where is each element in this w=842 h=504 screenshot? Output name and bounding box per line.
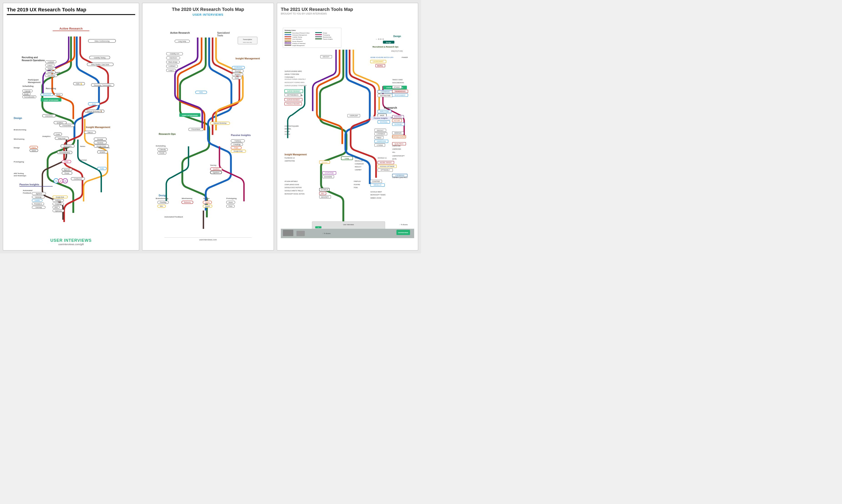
respondent-node: RESPONDENT <box>394 94 405 96</box>
svg-text:Design: Design <box>204 197 210 199</box>
svg-text:Applause: Applause <box>36 193 42 195</box>
svg-text:GOOGLE DOCS  NOTION: GOOGLE DOCS NOTION <box>284 187 301 188</box>
svg-text:PROTOTYPE: PROTOTYPE <box>391 50 403 52</box>
svg-text:CONFLUENCE  DOVE: CONFLUENCE DOVE <box>284 184 299 185</box>
brand-url-2019: userinterviews.com/gift <box>7 243 135 246</box>
card-2021: The 2021 UX Research Tools Map BROUGHT T… <box>277 3 418 251</box>
svg-text:Balsamiq: Balsamiq <box>184 201 191 203</box>
svg-text:Brainstorming: Brainstorming <box>323 36 331 38</box>
ethnio-node: ETHNIO <box>394 86 400 88</box>
svg-text:Hello 👋: Hello 👋 <box>76 83 82 85</box>
svg-text:YOTPO: YOTPO <box>284 133 290 135</box>
svg-text:Wireframing: Wireframing <box>14 138 24 140</box>
subtitle-2021: BROUGHT TO YOU BY USER INTERVIEWS <box>281 13 414 15</box>
svg-text:Sketch: Sketch <box>205 205 210 207</box>
svg-text:PR: PR <box>64 180 67 182</box>
svg-text:Aurelius: Aurelius <box>234 74 241 75</box>
svg-text:UI: UI <box>318 227 319 228</box>
svg-text:GDUCABOKING: GDUCABOKING <box>392 82 404 84</box>
svg-text:Design: Design <box>323 32 327 34</box>
svg-text:Hotjar: Hotjar <box>64 161 69 163</box>
mixpanel-node: MIXPANEL <box>380 121 388 123</box>
svg-text:Recruiting: Recruiting <box>46 88 56 90</box>
svg-text:SURVEYLEGEND  MIRO: SURVEYLEGEND MIRO <box>284 71 302 72</box>
svg-text:Doodle: Doodle <box>159 152 164 154</box>
fable-node: FABLE <box>376 137 382 139</box>
svg-text:FullStory: FullStory <box>55 200 62 202</box>
svg-text:Figma: Figma <box>205 201 210 203</box>
svg-text:USERTESTING: USERTESTING <box>284 160 295 162</box>
voxpopme-node: VOXPOPME <box>325 172 334 174</box>
svg-text:Figma: Figma <box>32 147 36 148</box>
svg-text:Usersnap: Usersnap <box>35 207 42 209</box>
svg-text:Transcription: Transcription <box>243 39 252 40</box>
svg-text:TryMyUI: TryMyUI <box>48 68 53 70</box>
svg-text:HIROKI  TYPEFORM: HIROKI TYPEFORM <box>284 73 299 75</box>
svg-text:Analytics & Heatmaps: Analytics & Heatmaps <box>292 43 305 44</box>
svg-text:FocusVision: FocusVision <box>191 129 200 130</box>
svg-text:Heap Anal.: Heap Anal. <box>58 138 66 140</box>
svg-text:GOOGLE SHEETS  TRELLO: GOOGLE SHEETS TRELLO <box>284 190 303 192</box>
svg-text:Tools: Tools <box>217 34 223 37</box>
svg-text:TANGO CARD: TANGO CARD <box>392 79 403 80</box>
svg-text:Confluence: Confluence <box>74 178 82 180</box>
title-2020: The 2020 UX Research Tools Map <box>146 7 270 12</box>
svg-text:Scheduling: Scheduling <box>156 145 165 147</box>
recruiting-label-2021: Recruitment & Research Ops <box>372 46 399 48</box>
svg-text:Prototyping: Prototyping <box>226 197 237 199</box>
svg-text:SurveyMonkey: SurveyMonkey <box>59 152 70 154</box>
svg-text:VWO: VWO <box>54 207 58 208</box>
svg-text:YesInsights: YesInsights <box>64 145 72 147</box>
svg-text:and Heatmaps: and Heatmaps <box>14 175 27 177</box>
svg-text:Optimal Workshop: Optimal Workshop <box>213 122 226 124</box>
svg-text:Doodle: Doodle <box>24 93 29 95</box>
medallia-node: MEDALLIA <box>374 184 381 186</box>
svg-text:Prototyping: Prototyping <box>323 34 330 36</box>
bottom-station-label: User Interviews <box>343 224 354 226</box>
svg-text:FIREPLEX: FIREPLEX <box>354 181 361 182</box>
mixpanel-node-2021: MIXPANEL <box>394 124 402 125</box>
svg-text:Lookback: Lookback <box>48 61 54 63</box>
svg-text:ATLASAI  AIRTABLE: ATLASAI AIRTABLE <box>284 181 298 182</box>
svg-text:Optimal Workshop 🦉: Optimal Workshop 🦉 <box>86 110 102 112</box>
svg-text:Diary Studies, Card Sorts: Diary Studies, Card Sorts <box>91 64 109 66</box>
svg-text:Long Jump: Long Jump <box>178 40 186 42</box>
svg-text:FRAMER: FRAMER <box>402 57 408 58</box>
svg-text:AP: AP <box>59 180 62 182</box>
map-svg-2021: Subway Lines Recruiting & Research (Ops)… <box>281 17 414 247</box>
svg-text:Video Conferencing: Video Conferencing <box>94 40 109 42</box>
svg-text:TYPEFORM T: TYPEFORM T <box>284 76 295 78</box>
passive-insights-label-2020: Passive Insights <box>231 134 251 137</box>
passive-insights-badge: Passive Insights <box>374 117 388 119</box>
insight-mgmt-label-2020: Insight Management <box>235 57 260 60</box>
svg-text:Qualtrics: Qualtrics <box>57 122 63 124</box>
contour-node: CONTFER <box>372 181 380 182</box>
svg-text:Google Anal.: Google Anal. <box>234 150 243 152</box>
svg-text:Participant Management: Participant Management <box>292 34 307 36</box>
doohere-node: DOOHERE <box>324 176 332 178</box>
svg-text:WEBEX  ZOOM: WEBEX ZOOM <box>370 197 381 199</box>
map-svg-2019: Active Research Recruiting and Research … <box>7 18 135 236</box>
svg-text:CrazyEgg: CrazyEgg <box>55 203 62 205</box>
svg-text:tools note only: tools note only <box>243 42 252 43</box>
title-2021: The 2021 UX Research Tools Map <box>281 7 414 12</box>
passive-insights-label-2019: Passive Insights <box>19 183 39 186</box>
legend-symbols: Symbols <box>284 40 291 42</box>
surveymonkey-badge: SURVEYMONKEY <box>287 90 301 92</box>
svg-text:FullStory: FullStory <box>234 140 241 142</box>
svg-text:Feedback: Feedback <box>23 192 32 194</box>
svg-text:Analytics: Analytics <box>42 135 51 137</box>
svg-text:GOOGLE FORMS  CREATELY: GOOGLE FORMS CREATELY <box>284 78 306 80</box>
whereby-node: WHEREBY <box>394 116 402 118</box>
dscout-node: DSCOUT <box>377 130 384 131</box>
svg-text:UserBob: UserBob <box>48 72 53 73</box>
svg-text:USERBIT: USERBIT <box>355 169 362 170</box>
svg-text:User Interviews: User Interviews <box>292 38 301 40</box>
svg-text:YouCanBookMe: YouCanBookMe <box>24 96 35 98</box>
aurelius-node: Aurelius <box>322 161 328 163</box>
tremendous-node: TREMENDOUS <box>394 91 405 92</box>
productboard-node: PRODUCTBOARD <box>286 103 300 105</box>
svg-text:Typeform: Typeform <box>213 172 220 174</box>
svg-text:Nulab: Nulab <box>235 77 239 79</box>
svg-text:FB: FB <box>55 180 57 182</box>
